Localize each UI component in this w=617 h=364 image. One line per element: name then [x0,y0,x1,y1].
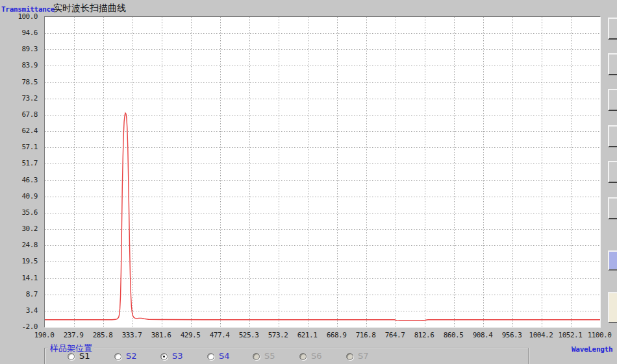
radio-s7-label: S7 [358,351,369,361]
y-tick-label: 8.7 [8,291,38,298]
side-button-4[interactable] [608,125,617,147]
side-button-7[interactable] [608,250,617,271]
y-tick-label: 57.1 [8,143,38,151]
radio-s4-circle[interactable] [207,353,214,360]
radio-s2-label: S2 [126,351,137,361]
x-axis-caption: WaveLength [572,345,612,354]
side-button-2[interactable] [608,53,617,75]
y-tick-label: 100.0 [8,13,38,21]
y-tick-label: 51.7 [8,160,38,167]
radio-s3-circle[interactable] [160,353,168,360]
y-tick-label: 40.9 [8,193,38,200]
radio-selected-dot [163,356,165,358]
scan-curve [45,113,600,321]
radio-s1-label: S1 [79,351,90,361]
y-tick-label: 83.9 [8,62,38,69]
y-tick-label: 78.5 [8,79,38,86]
side-button-5[interactable] [608,161,617,183]
y-tick-label: 67.8 [8,111,38,119]
y-tick-label: 19.5 [8,258,38,265]
radio-s7-circle [346,353,353,360]
app-root: { "title": "实时波长扫描曲线", "y_axis_caption":… [0,0,617,364]
side-button-8[interactable] [608,292,617,323]
y-tick-label: 73.2 [8,95,38,103]
side-button-3[interactable] [608,89,617,111]
x-tick-label: 1100.0 [583,332,616,339]
y-tick-label: 3.4 [8,307,38,315]
y-tick-label: 94.6 [8,29,38,37]
y-tick-label: 30.2 [8,225,38,233]
y-tick-label: 24.8 [8,241,38,249]
y-tick-label: -2.0 [8,323,38,331]
radio-s2-circle[interactable] [114,353,121,360]
y-tick-label: 89.3 [8,45,38,53]
radio-s3-label: S3 [172,351,183,361]
scan-plot-area [44,16,601,328]
radio-s1-circle[interactable] [68,353,75,360]
y-tick-label: 62.4 [8,127,38,135]
radio-s4-label: S4 [219,351,230,361]
radio-s5-circle [253,353,260,360]
side-button-6[interactable] [608,197,617,219]
radio-s6-label: S6 [311,351,322,361]
y-tick-label: 14.1 [8,274,38,282]
y-tick-label: 46.3 [8,176,38,184]
radio-s5-label: S5 [264,351,275,361]
scan-plot-svg [45,17,600,327]
chart-title: 实时波长扫描曲线 [53,3,126,14]
radio-s6-circle [299,353,307,360]
y-tick-label: 35.6 [8,209,38,217]
side-button-1[interactable] [608,18,617,40]
